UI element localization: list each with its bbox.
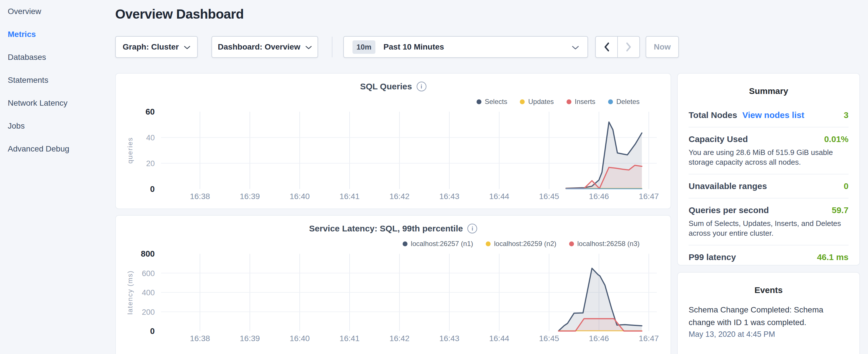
svg-text:16:41: 16:41 bbox=[340, 334, 360, 343]
sidebar-item-jobs[interactable]: Jobs bbox=[0, 115, 115, 137]
summary-stat-queries-per-second: Queries per second 59.7 Sum of Selects, … bbox=[678, 198, 859, 245]
svg-text:16:44: 16:44 bbox=[489, 334, 509, 343]
svg-text:16:38: 16:38 bbox=[190, 192, 210, 201]
toolbar-divider bbox=[332, 37, 333, 57]
sidebar-item-databases[interactable]: Databases bbox=[0, 46, 115, 69]
svg-text:400: 400 bbox=[142, 288, 155, 297]
time-step-back-button[interactable] bbox=[596, 37, 618, 57]
svg-text:queries: queries bbox=[126, 137, 134, 164]
svg-text:16:42: 16:42 bbox=[390, 334, 409, 343]
summary-title: Summary bbox=[678, 86, 859, 96]
svg-text:16:46: 16:46 bbox=[589, 192, 609, 201]
stat-label: Unavailable ranges bbox=[689, 181, 767, 191]
svg-text:40: 40 bbox=[146, 133, 155, 142]
chevron-down-icon bbox=[306, 45, 312, 50]
sidebar-item-network-latency[interactable]: Network Latency bbox=[0, 92, 115, 115]
svg-text:0: 0 bbox=[150, 326, 155, 336]
view-nodes-list-link[interactable]: View nodes list bbox=[742, 110, 804, 120]
events-panel: Events Schema Change Completed: Schema c… bbox=[677, 272, 860, 354]
svg-text:16:43: 16:43 bbox=[439, 334, 459, 343]
svg-text:16:41: 16:41 bbox=[340, 192, 360, 201]
chevron-left-icon bbox=[603, 42, 610, 52]
time-step-buttons bbox=[595, 36, 640, 58]
page-title: Overview Dashboard bbox=[115, 6, 244, 22]
svg-text:16:42: 16:42 bbox=[390, 192, 409, 201]
stat-description: Sum of Selects, Updates, Inserts, and De… bbox=[689, 219, 848, 238]
sidebar: Overview Metrics Databases Statements Ne… bbox=[0, 0, 115, 354]
event-item[interactable]: Schema Change Completed: Schema change w… bbox=[678, 295, 859, 339]
svg-text:16:39: 16:39 bbox=[240, 334, 260, 343]
stat-description: You are using 28.6 MiB of 515.9 GiB usab… bbox=[689, 148, 848, 167]
svg-text:200: 200 bbox=[142, 308, 155, 317]
svg-text:16:45: 16:45 bbox=[539, 334, 559, 343]
svg-text:20: 20 bbox=[146, 159, 155, 168]
svg-text:latency (ms): latency (ms) bbox=[126, 270, 134, 315]
stat-value: 0.01% bbox=[824, 134, 848, 144]
now-button[interactable]: Now bbox=[646, 36, 679, 58]
sql-queries-chart-card: SQL Queries i SelectsUpdatesInsertsDelet… bbox=[115, 73, 671, 209]
stat-value: 46.1 ms bbox=[817, 252, 848, 262]
svg-text:16:47: 16:47 bbox=[639, 334, 659, 343]
service-latency-plot: 020040060080016:3816:3916:4016:4116:4216… bbox=[116, 216, 671, 354]
svg-text:16:40: 16:40 bbox=[290, 192, 310, 201]
stat-label: Capacity Used bbox=[689, 134, 748, 144]
svg-text:60: 60 bbox=[146, 107, 155, 116]
svg-text:16:47: 16:47 bbox=[639, 192, 659, 201]
chevron-right-icon bbox=[626, 42, 632, 52]
svg-text:16:39: 16:39 bbox=[240, 192, 260, 201]
svg-text:0: 0 bbox=[150, 185, 155, 194]
summary-stat-p99-latency: P99 latency 46.1 ms bbox=[678, 246, 859, 269]
summary-panel: Summary Total Nodes View nodes list 3 Ca… bbox=[677, 73, 860, 265]
service-latency-chart-card: Service Latency: SQL, 99th percentile i … bbox=[115, 215, 671, 354]
event-message: Schema Change Completed: Schema change w… bbox=[689, 303, 848, 329]
sidebar-item-overview[interactable]: Overview bbox=[0, 0, 115, 23]
svg-text:16:46: 16:46 bbox=[589, 334, 609, 343]
dashboard-dropdown[interactable]: Dashboard: Overview bbox=[212, 36, 318, 58]
sidebar-item-statements[interactable]: Statements bbox=[0, 69, 115, 92]
chevron-down-icon bbox=[184, 45, 190, 50]
summary-stat-total-nodes: Total Nodes View nodes list 3 bbox=[678, 103, 859, 127]
svg-text:800: 800 bbox=[141, 249, 155, 258]
summary-stat-capacity-used: Capacity Used 0.01% You are using 28.6 M… bbox=[678, 127, 859, 174]
graph-dropdown[interactable]: Graph: Cluster bbox=[115, 36, 198, 58]
svg-text:16:44: 16:44 bbox=[489, 192, 509, 201]
stat-label: P99 latency bbox=[689, 252, 736, 262]
time-step-forward-button[interactable] bbox=[618, 37, 639, 57]
svg-text:16:40: 16:40 bbox=[290, 334, 310, 343]
stat-value: 3 bbox=[844, 110, 848, 120]
svg-text:16:38: 16:38 bbox=[190, 334, 210, 343]
time-range-picker[interactable]: 10m Past 10 Minutes bbox=[343, 36, 588, 58]
sidebar-item-metrics[interactable]: Metrics bbox=[0, 23, 115, 46]
dashboard-dropdown-label: Dashboard: Overview bbox=[218, 42, 300, 52]
stat-value: 59.7 bbox=[832, 205, 848, 215]
time-range-label: Past 10 Minutes bbox=[383, 42, 444, 52]
svg-text:600: 600 bbox=[142, 269, 155, 278]
stat-value: 0 bbox=[844, 181, 848, 191]
sql-queries-plot: 020406016:3816:3916:4016:4116:4216:4316:… bbox=[116, 74, 671, 208]
overview-dashboard-page: { "sidebar": { "items": [ {"label": "Ove… bbox=[0, 0, 868, 354]
time-range-badge: 10m bbox=[352, 40, 375, 54]
chevron-down-icon bbox=[572, 45, 579, 50]
stat-label: Queries per second bbox=[689, 205, 769, 215]
summary-stat-unavailable-ranges: Unavailable ranges 0 bbox=[678, 174, 859, 198]
event-timestamp: May 13, 2020 at 4:45 PM bbox=[689, 330, 848, 339]
svg-text:16:43: 16:43 bbox=[439, 192, 459, 201]
stat-label: Total Nodes bbox=[689, 110, 737, 120]
graph-dropdown-label: Graph: Cluster bbox=[123, 42, 179, 52]
svg-text:16:45: 16:45 bbox=[539, 192, 559, 201]
events-title: Events bbox=[678, 285, 859, 295]
sidebar-item-advanced-debug[interactable]: Advanced Debug bbox=[0, 137, 115, 160]
